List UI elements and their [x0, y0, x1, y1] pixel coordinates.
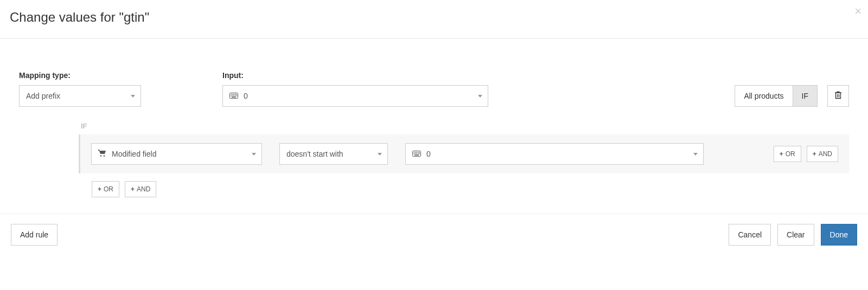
svg-point-13 — [104, 155, 105, 157]
svg-rect-7 — [232, 95, 233, 96]
svg-rect-11 — [232, 97, 236, 98]
input-group: Input: 0 — [222, 71, 713, 107]
plus-icon: + — [98, 185, 101, 193]
trash-icon — [834, 91, 842, 101]
svg-rect-25 — [414, 155, 419, 156]
group-and-button[interactable]: +AND — [125, 181, 156, 197]
condition-field-value: Modified field — [112, 150, 157, 158]
scope-toggle: All products IF — [735, 85, 818, 107]
input-select[interactable]: 0 — [222, 85, 488, 107]
cart-icon — [98, 150, 106, 158]
condition-group-actions: +OR +AND — [92, 181, 849, 197]
clear-button[interactable]: Clear — [777, 224, 814, 246]
svg-rect-4 — [235, 94, 236, 95]
rule-actions: All products IF — [713, 85, 849, 107]
input-value: 0 — [244, 92, 248, 100]
condition-operator-select[interactable]: doesn't start with — [279, 143, 388, 165]
svg-rect-2 — [232, 94, 233, 95]
svg-rect-5 — [237, 94, 238, 95]
condition-inline-actions: +OR +AND — [774, 146, 838, 162]
close-icon[interactable]: × — [854, 5, 861, 17]
svg-point-12 — [100, 155, 102, 157]
plus-icon: + — [131, 185, 135, 193]
delete-rule-button[interactable] — [827, 85, 849, 107]
keyboard-icon — [229, 92, 238, 100]
condition-or-button[interactable]: +OR — [774, 146, 801, 162]
svg-rect-10 — [237, 95, 238, 96]
svg-rect-24 — [419, 153, 420, 154]
svg-rect-23 — [418, 153, 419, 154]
condition-and-button[interactable]: +AND — [807, 146, 838, 162]
svg-rect-3 — [234, 94, 235, 95]
svg-rect-16 — [415, 152, 416, 153]
svg-rect-19 — [419, 152, 420, 153]
condition-row: Modified field doesn't start with 0 — [79, 134, 849, 173]
chevron-down-icon — [478, 95, 482, 98]
svg-rect-6 — [231, 95, 232, 96]
condition-operator-value: doesn't start with — [286, 150, 343, 158]
svg-rect-9 — [235, 95, 236, 96]
svg-rect-1 — [231, 94, 232, 95]
mapping-type-select[interactable]: Add prefix — [19, 85, 141, 107]
svg-rect-18 — [418, 152, 419, 153]
modal-body: Mapping type: Add prefix Input: 0 — [0, 38, 868, 214]
add-rule-button[interactable]: Add rule — [11, 224, 58, 246]
done-button[interactable]: Done — [821, 224, 857, 246]
cancel-button[interactable]: Cancel — [729, 224, 771, 246]
modal-footer: Add rule Cancel Clear Done — [0, 214, 868, 255]
keyboard-icon — [412, 150, 421, 158]
input-label: Input: — [222, 71, 713, 80]
condition-value-text: 0 — [426, 150, 431, 158]
svg-rect-22 — [417, 153, 418, 154]
chevron-down-icon — [252, 153, 256, 156]
mapping-type-value: Add prefix — [26, 92, 60, 100]
modal-title: Change values for "gtin" — [10, 10, 858, 25]
mapping-type-label: Mapping type: — [19, 71, 222, 80]
condition-block: IF Modified field doesn't start with — [79, 122, 849, 197]
svg-rect-20 — [414, 153, 415, 154]
svg-rect-15 — [414, 152, 415, 153]
condition-field-select[interactable]: Modified field — [91, 143, 262, 165]
svg-rect-8 — [234, 95, 235, 96]
plus-icon: + — [780, 150, 783, 158]
chevron-down-icon — [693, 153, 698, 156]
chevron-down-icon — [378, 153, 382, 156]
mapping-type-group: Mapping type: Add prefix — [19, 71, 222, 107]
condition-value-select[interactable]: 0 — [405, 143, 704, 165]
chevron-down-icon — [131, 95, 135, 98]
modal-header: Change values for "gtin" × — [0, 0, 868, 38]
condition-heading: IF — [81, 122, 849, 130]
scope-if-button[interactable]: IF — [793, 85, 818, 107]
plus-icon: + — [813, 150, 816, 158]
rule-row: Mapping type: Add prefix Input: 0 — [19, 71, 849, 107]
svg-rect-21 — [415, 153, 416, 154]
scope-all-products-button[interactable]: All products — [735, 85, 793, 107]
svg-rect-17 — [417, 152, 418, 153]
group-or-button[interactable]: +OR — [92, 181, 119, 197]
